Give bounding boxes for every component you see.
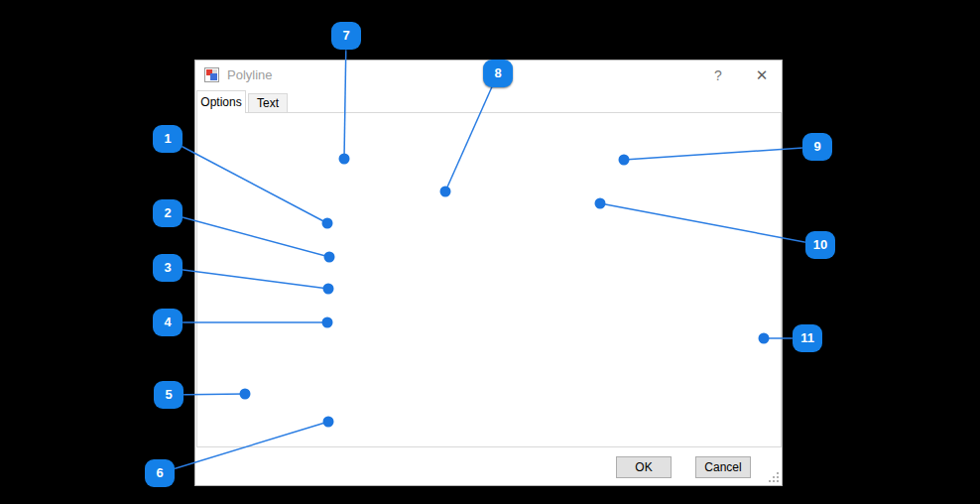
callout-badge-11: 11 (793, 324, 822, 352)
tab-text[interactable]: Text (248, 93, 288, 113)
callout-badge-1: 1 (153, 125, 183, 153)
resize-grip[interactable] (770, 473, 779, 482)
callout-badge-2: 2 (153, 199, 183, 227)
window-title: Polyline (227, 67, 273, 82)
callout-badge-10: 10 (805, 231, 835, 259)
callout-badge-8: 8 (483, 60, 513, 87)
callout-badge-6: 6 (145, 459, 175, 487)
ok-button[interactable]: OK (616, 456, 672, 478)
close-button[interactable]: ✕ (749, 64, 775, 86)
tab-page (196, 112, 782, 447)
callout-badge-4: 4 (153, 309, 183, 336)
cancel-button[interactable]: Cancel (695, 456, 751, 478)
app-icon (204, 67, 219, 82)
tab-options[interactable]: Options (196, 90, 246, 113)
callout-badge-5: 5 (154, 381, 184, 409)
callout-badge-7: 7 (331, 22, 361, 50)
callout-badge-9: 9 (802, 133, 832, 161)
help-button[interactable]: ? (706, 64, 730, 86)
callout-badge-3: 3 (153, 254, 183, 282)
polyline-dialog: Polyline ? ✕ Options Text Format Style L… (194, 60, 783, 486)
